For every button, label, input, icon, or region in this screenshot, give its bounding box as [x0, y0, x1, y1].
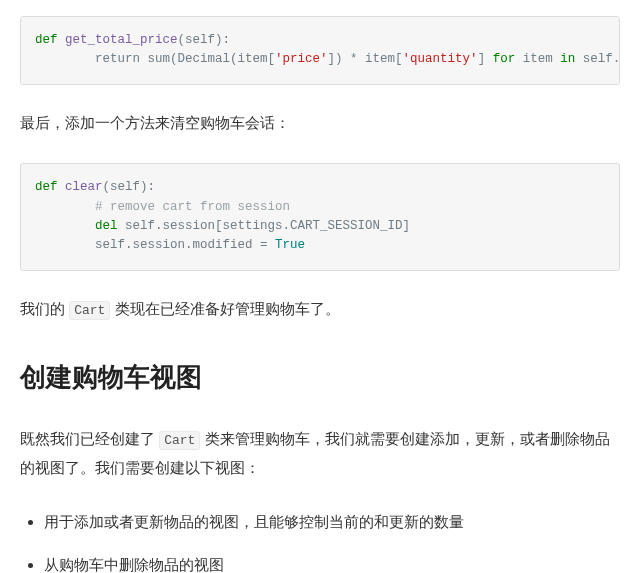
sum: sum: [148, 52, 171, 66]
text-before: 既然我们已经创建了: [20, 430, 159, 447]
paragraph-intro-clear: 最后，添加一个方法来清空购物车会话：: [20, 109, 620, 138]
expr-close: ]: [478, 52, 493, 66]
views-list: 用于添加或者更新物品的视图，且能够控制当前的和更新的数量 从购物车中删除物品的视…: [20, 508, 620, 573]
del-arg: self.session[settings.CART_SESSION_ID]: [125, 219, 410, 233]
code-block-clear: def clear(self): # remove cart from sess…: [20, 163, 620, 271]
params: (self):: [178, 33, 231, 47]
code-block-get-total-price: def get_total_price(self): return sum(De…: [20, 16, 620, 85]
text-after: 类现在已经准备好管理购物车了。: [110, 300, 339, 317]
keyword-for: for: [493, 52, 516, 66]
section-heading: 创建购物车视图: [20, 353, 620, 402]
keyword: def: [35, 180, 65, 194]
inline-code-cart: Cart: [159, 431, 200, 450]
keyword: def: [35, 33, 65, 47]
params: (self):: [103, 180, 156, 194]
string-quantity: 'quantity': [403, 52, 478, 66]
comment: # remove cart from session: [35, 200, 290, 214]
paragraph-cart-ready: 我们的 Cart 类现在已经准备好管理购物车了。: [20, 295, 620, 324]
keyword-del: del: [35, 219, 125, 233]
inline-code-cart: Cart: [69, 301, 110, 320]
string-price: 'price': [275, 52, 328, 66]
func-name: clear: [65, 180, 103, 194]
item: item: [515, 52, 560, 66]
list-item: 从购物车中删除物品的视图: [44, 551, 620, 573]
text-before: 我们的: [20, 300, 69, 317]
expr-open: (Decimal(item[: [170, 52, 275, 66]
modified: self.session.modified =: [35, 238, 275, 252]
paragraph-views-intro: 既然我们已经创建了 Cart 类来管理购物车，我们就需要创建添加，更新，或者删除…: [20, 425, 620, 482]
keyword-in: in: [560, 52, 575, 66]
list-item: 用于添加或者更新物品的视图，且能够控制当前的和更新的数量: [44, 508, 620, 537]
expr-end: self.cart.values()): [575, 52, 620, 66]
literal-true: True: [275, 238, 305, 252]
return: return: [35, 52, 148, 66]
func-name: get_total_price: [65, 33, 178, 47]
expr-mid: ]) * item[: [328, 52, 403, 66]
